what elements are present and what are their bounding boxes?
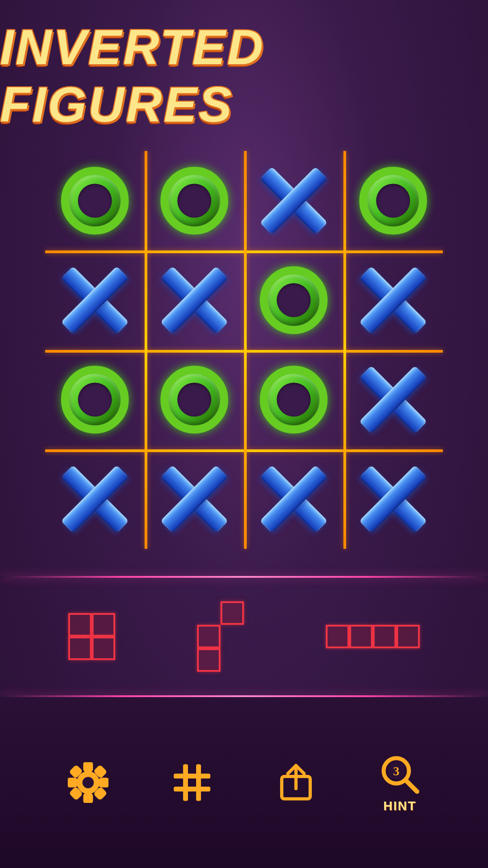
cell-3-1[interactable] — [145, 449, 244, 549]
symbol-o — [260, 366, 328, 434]
block — [92, 637, 115, 660]
share-button[interactable] — [273, 760, 319, 805]
svg-rect-0 — [85, 763, 91, 770]
game-grid — [45, 151, 443, 549]
symbol-x — [359, 266, 427, 334]
block — [221, 601, 244, 625]
block — [373, 625, 396, 648]
game-grid-area — [0, 151, 488, 549]
toolbar: 3 HINT — [0, 697, 488, 868]
block — [396, 625, 420, 648]
cell-1-3[interactable] — [343, 250, 443, 350]
hint-button[interactable]: 3 HINT — [377, 752, 422, 813]
cell-1-1[interactable] — [145, 250, 244, 350]
svg-text:3: 3 — [393, 764, 399, 778]
gear-icon — [66, 760, 111, 805]
cell-2-0[interactable] — [45, 350, 145, 449]
settings-button[interactable] — [66, 760, 111, 805]
cell-3-3[interactable] — [343, 449, 443, 549]
cell-2-1[interactable] — [145, 350, 244, 449]
block — [92, 613, 115, 637]
symbol-x — [359, 366, 427, 434]
block — [197, 625, 221, 648]
line-piece[interactable] — [326, 625, 420, 648]
s-piece[interactable] — [197, 601, 244, 672]
symbol-x — [260, 465, 328, 533]
cell-1-0[interactable] — [45, 250, 145, 350]
svg-rect-10 — [183, 764, 188, 801]
svg-rect-7 — [95, 788, 105, 798]
cell-3-0[interactable] — [45, 449, 145, 549]
svg-rect-12 — [174, 774, 211, 778]
symbol-x — [61, 465, 129, 533]
block — [326, 625, 349, 648]
cell-2-2[interactable] — [244, 350, 343, 449]
cell-0-2[interactable] — [244, 151, 343, 250]
symbol-o — [260, 266, 328, 334]
grid-button[interactable] — [169, 760, 215, 805]
svg-rect-2 — [69, 779, 76, 786]
symbol-o — [61, 366, 129, 434]
svg-point-9 — [82, 777, 94, 788]
svg-rect-13 — [174, 787, 211, 792]
cell-0-1[interactable] — [145, 151, 244, 250]
symbol-o — [160, 366, 228, 434]
svg-rect-11 — [196, 764, 201, 801]
symbol-x — [160, 465, 228, 533]
symbol-x — [160, 266, 228, 334]
page-title: INVERTED FIGURES — [0, 18, 488, 133]
hint-label: HINT — [383, 799, 416, 813]
cell-3-2[interactable] — [244, 449, 343, 549]
hash-icon — [169, 760, 215, 805]
symbol-x — [61, 266, 129, 334]
symbol-o — [359, 167, 427, 235]
share-icon — [273, 760, 319, 805]
svg-rect-5 — [95, 767, 105, 777]
block — [349, 625, 373, 648]
symbol-o — [160, 167, 228, 235]
svg-line-18 — [405, 780, 417, 792]
symbol-x — [260, 167, 328, 235]
svg-rect-1 — [85, 795, 91, 802]
square-piece[interactable] — [68, 613, 115, 660]
block — [68, 637, 92, 660]
cell-2-3[interactable] — [343, 350, 443, 449]
block — [68, 613, 92, 637]
symbol-x — [359, 465, 427, 533]
cell-1-2[interactable] — [244, 250, 343, 350]
svg-rect-4 — [71, 767, 81, 777]
svg-rect-6 — [71, 788, 81, 798]
symbol-o — [61, 167, 129, 235]
block — [197, 648, 221, 672]
cell-0-3[interactable] — [343, 151, 443, 250]
hint-icon: 3 — [377, 752, 422, 797]
cell-0-0[interactable] — [45, 151, 145, 250]
piece-selector — [0, 578, 488, 695]
svg-rect-3 — [100, 779, 108, 786]
